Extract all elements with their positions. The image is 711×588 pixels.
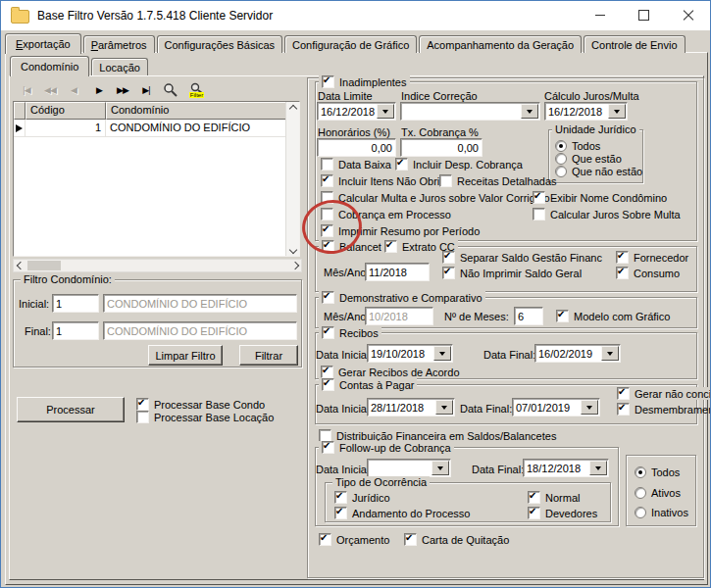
cell-codigo[interactable]: 1	[25, 120, 106, 136]
incluir-itens-nao-obrig-checkbox[interactable]: Incluir Itens Não Obrig.	[321, 174, 449, 187]
indice-correcao-combo[interactable]	[400, 102, 540, 121]
cell-condominio[interactable]: CONDOMÍNIO DO EDIFÍCIO	[106, 120, 286, 136]
balancetes-mes-ano-field[interactable]: 11/2018	[365, 263, 430, 281]
filter-button[interactable]: Filter	[185, 79, 208, 100]
tab-configuracao-grafico[interactable]: Configuração de Gráfico	[284, 35, 417, 53]
limpar-filtro-button[interactable]: Limpar Filtro	[148, 345, 223, 366]
devedores-checkbox[interactable]: Devedores	[528, 507, 597, 519]
final-name-field[interactable]: CONDOMÍNIO DO EDIFÍCIO	[103, 321, 297, 340]
calculo-juros-combo[interactable]: 16/12/2018	[544, 102, 628, 121]
grid-horizontal-scrollbar[interactable]	[13, 259, 302, 272]
demonstrativo-checkbox[interactable]: Demonstrativo e Comparativo	[319, 291, 485, 304]
status-radio-inativos[interactable]: Inativos	[635, 506, 688, 518]
processar-base-condo-checkbox[interactable]: Processar Base Condo	[136, 398, 265, 411]
radio-todos[interactable]: Todos	[555, 139, 600, 152]
final-code-field[interactable]: 1	[52, 321, 99, 340]
maximize-button[interactable]	[622, 1, 666, 29]
carta-quitacao-checkbox[interactable]: Carta de Quitação	[404, 533, 509, 546]
processar-base-locacao-checkbox[interactable]: Processar Base Locação	[136, 411, 274, 423]
gerar-nao-conciliado-checkbox[interactable]: Gerar não conciliado	[614, 387, 711, 400]
nav-prior-button[interactable]: ◀	[62, 81, 85, 99]
dropdown-button[interactable]	[432, 461, 449, 475]
dropdown-button[interactable]	[433, 346, 451, 361]
tab-configuracoes-basicas[interactable]: Configurações Básicas	[157, 35, 283, 53]
tab-exportacao[interactable]: Exportação	[5, 33, 81, 54]
inadimplentes-checkbox[interactable]: Inadimplentes	[319, 75, 410, 88]
grid-col-codigo[interactable]: Código	[25, 102, 106, 120]
tab-locacao[interactable]: Locação	[91, 58, 148, 75]
recibos-checkbox[interactable]: Recibos	[319, 326, 381, 339]
dropdown-button[interactable]	[608, 104, 626, 119]
nav-last-button[interactable]: ▶|	[134, 81, 158, 99]
modelo-grafico-checkbox[interactable]: Modelo com Gráfico	[556, 310, 670, 322]
grid-vertical-scrollbar[interactable]	[285, 102, 299, 256]
fornecedor-checkbox[interactable]: Fornecedor	[616, 251, 688, 264]
dropdown-button[interactable]	[601, 346, 619, 361]
checkbox-icon	[321, 174, 333, 187]
nav-next-button[interactable]: ▶	[87, 81, 111, 99]
recibos-data-final-combo[interactable]: 16/02/2019	[534, 344, 621, 363]
followup-data-final-combo[interactable]: 18/12/2018	[523, 459, 609, 477]
inicial-code-field[interactable]: 1	[52, 294, 99, 313]
status-radio-ativos[interactable]: Ativos	[635, 486, 681, 499]
cobranca-em-processo-checkbox[interactable]: Cobrança em Processo	[321, 208, 451, 220]
tab-acompanhamento-geracao[interactable]: Acompanhamento da Geração	[419, 35, 582, 53]
scroll-left-button[interactable]	[14, 260, 26, 271]
nao-imprimir-saldo-checkbox[interactable]: Não Imprimir Saldo Geral	[442, 267, 582, 279]
orcamento-checkbox[interactable]: Orçamento	[319, 533, 389, 546]
imprimir-resumo-periodo-label: Imprimir Resumo por Período	[338, 225, 480, 237]
honorarios-field[interactable]: 0,00	[317, 138, 396, 157]
dropdown-button[interactable]	[521, 104, 538, 119]
nav-prior-page-button[interactable]: ◀◀	[38, 81, 62, 99]
dropdown-button[interactable]	[581, 400, 598, 415]
num-meses-field[interactable]: 6	[514, 307, 543, 325]
tab-condominio[interactable]: Condomínio	[10, 56, 89, 76]
separar-saldo-checkbox[interactable]: Separar Saldo Gestão Financ	[442, 251, 602, 264]
condominio-grid[interactable]: Código Condomínio 1 CONDOMÍNIO DO EDIFÍC…	[13, 101, 300, 257]
dropdown-button[interactable]	[377, 104, 394, 119]
calcular-juros-sobre-multa-checkbox[interactable]: Calcular Juros Sobre Multa	[533, 208, 681, 220]
followup-data-inicial-combo[interactable]	[367, 459, 451, 477]
desmembramento-checkbox[interactable]: Desmembramento	[617, 403, 711, 416]
scroll-up-button[interactable]	[286, 102, 299, 115]
radio-que-nao-estao[interactable]: Que não estão	[555, 165, 642, 177]
juridico-checkbox[interactable]: Jurídico	[334, 491, 390, 504]
status-radio-todos[interactable]: Todos	[635, 466, 680, 478]
tab-controle-envio[interactable]: Controle de Envio	[584, 35, 685, 53]
scrollbar-thumb[interactable]	[27, 261, 61, 270]
scroll-down-button[interactable]	[286, 243, 299, 256]
nav-next-page-button[interactable]: ▶▶	[111, 81, 134, 99]
nav-first-button[interactable]: |◀	[15, 81, 38, 99]
imprimir-resumo-periodo-checkbox[interactable]: Imprimir Resumo por Período	[321, 224, 480, 237]
normal-checkbox[interactable]: Normal	[528, 491, 580, 504]
dropdown-button[interactable]	[589, 461, 607, 475]
recibos-data-inicial-combo[interactable]: 19/10/2018	[367, 344, 453, 363]
dropdown-button[interactable]	[435, 400, 453, 415]
data-limite-combo[interactable]: 16/12/2018	[317, 102, 396, 121]
minimize-button[interactable]	[578, 1, 622, 29]
exibir-nome-condomino-checkbox[interactable]: Exibir Nome Condômino	[533, 191, 667, 204]
contas-data-inicial-combo[interactable]: 28/11/2018	[367, 398, 455, 416]
search-button[interactable]	[159, 79, 181, 100]
gerar-recibos-acordo-checkbox[interactable]: Gerar Recibos de Acordo	[321, 366, 460, 378]
tx-cobranca-field[interactable]: 0,00	[400, 138, 482, 157]
followup-checkbox[interactable]: Follow-up de Cobrança	[319, 441, 454, 454]
receitas-detalhadas-checkbox[interactable]: Receitas Detalhadas	[439, 174, 557, 187]
andamento-processo-checkbox[interactable]: Andamento do Processo	[334, 507, 470, 519]
radio-que-estao[interactable]: Que estão	[555, 152, 622, 165]
processar-button[interactable]: Processar	[17, 397, 125, 422]
filtrar-button[interactable]: Filtrar	[239, 345, 298, 366]
grid-row[interactable]: 1 CONDOMÍNIO DO EDIFÍCIO	[14, 120, 299, 137]
data-baixa-checkbox[interactable]: Data Baixa	[321, 158, 391, 171]
scroll-right-button[interactable]	[288, 260, 301, 271]
grid-col-condominio[interactable]: Condomínio	[106, 102, 288, 120]
inicial-name-field[interactable]: CONDOMÍNIO DO EDIFÍCIO	[103, 294, 297, 313]
tab-parametros[interactable]: Parâmetros	[83, 35, 155, 53]
contas-data-final-combo[interactable]: 07/01/2019	[512, 398, 600, 416]
close-button[interactable]	[666, 1, 710, 29]
incluir-desp-cobranca-checkbox[interactable]: Incluir Desp. Cobrança	[395, 158, 523, 171]
contas-pagar-checkbox[interactable]: Contas à Pagar	[319, 378, 417, 391]
checkbox-icon	[556, 310, 569, 322]
calcular-multa-juros-checkbox[interactable]: Calcular Multa e Juros sobre Valor Corri…	[321, 191, 550, 204]
consumo-checkbox[interactable]: Consumo	[616, 267, 680, 279]
